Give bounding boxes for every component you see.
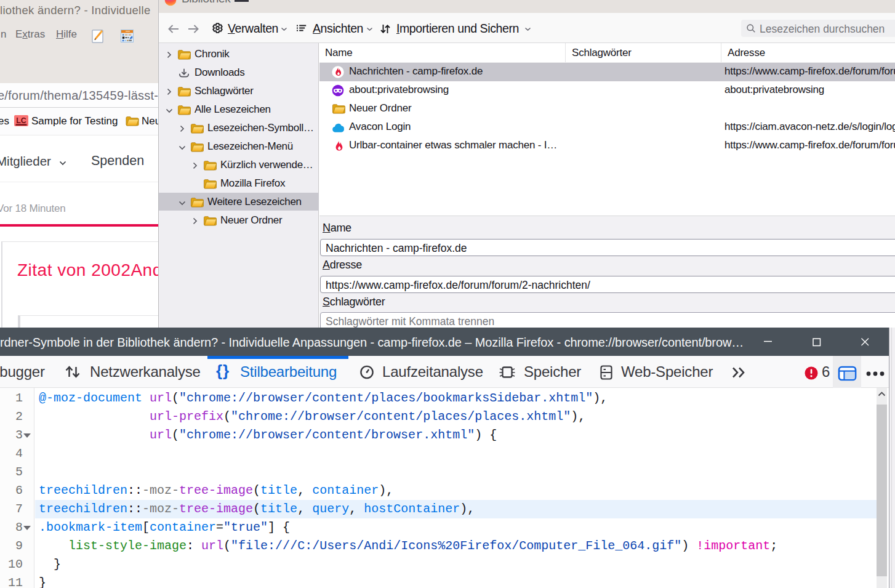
svg-text:LC: LC: [16, 116, 26, 125]
